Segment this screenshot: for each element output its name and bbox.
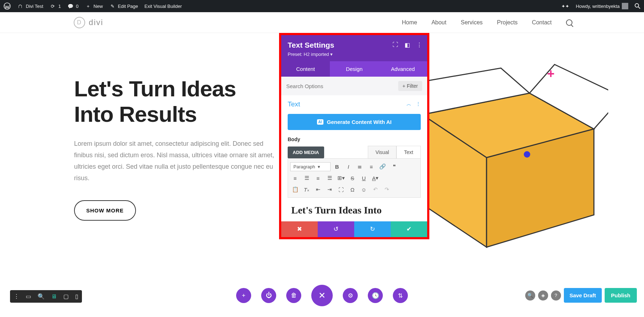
fullscreen-icon[interactable]: ⛶ [336,185,346,194]
redo-changes-button[interactable]: ↻ [354,221,391,237]
section-title-label[interactable]: Text [288,100,300,108]
tab-content[interactable]: Content [281,61,330,77]
nav-services[interactable]: Services [461,19,483,26]
wp-admin-bar: ⛫Divi Test ⟳1 💬0 +New ✎Edit Page Exit Vi… [0,0,644,12]
menu-dots-icon[interactable]: ⋮ [14,293,19,300]
zoom-icon[interactable]: 🔍 [38,293,45,300]
find-button[interactable]: 🔍 [525,290,535,301]
exit-vb-link[interactable]: Exit Visual Builder [145,4,182,9]
link-icon[interactable]: 🔗 [378,162,388,171]
svg-marker-5 [487,129,594,247]
sort-button[interactable]: ⇅ [393,288,408,303]
special-char-icon[interactable]: Ω [347,185,357,194]
editor-tab-visual[interactable]: Visual [368,146,396,158]
panel-header: Text Settings Preset: H2 imported ▾ ⛶ ◧ … [281,35,427,61]
close-builder-button[interactable]: ✕ [311,285,333,306]
ai-badge-icon: AI [317,119,323,125]
bullet-list-icon[interactable]: ≣ [355,162,365,171]
quote-icon[interactable]: ❝ [389,162,399,171]
history-button[interactable]: 🕓 [368,288,383,303]
undo-changes-button[interactable]: ↺ [318,221,354,237]
section-menu-icon[interactable]: ⋮ [416,101,421,107]
builder-actions: + ⏻ 🗑 ✕ ⚙ 🕓 ⇅ [236,285,408,306]
align-left-icon[interactable]: ≡ [290,173,300,183]
power-button[interactable]: ⏻ [261,288,276,303]
panel-search-bar: +Filter [281,77,427,95]
text-section: Text ︿ ⋮ AI Generate Content With AI Bod… [281,95,427,221]
expand-icon[interactable]: ⛶ [392,42,398,48]
emoji-icon[interactable]: ☺ [359,185,369,194]
svg-marker-3 [422,93,594,158]
panel-tabs: Content Design Advanced [281,61,427,77]
wireframe-icon[interactable]: ▭ [26,293,31,300]
show-more-button[interactable]: SHOW MORE [74,200,136,221]
save-button[interactable]: ✔ [391,221,427,237]
publish-button[interactable]: Publish [605,288,637,303]
tab-advanced[interactable]: Advanced [379,61,427,77]
settings-button[interactable]: ⚙ [343,288,358,303]
generate-ai-button[interactable]: AI Generate Content With AI [288,114,421,130]
primary-nav: Home About Services Projects Contact [402,19,572,26]
tablet-icon[interactable]: ▢ [63,293,69,300]
menu-dots-icon[interactable]: ⋮ [416,42,422,48]
align-right-icon[interactable]: ≡ [313,173,323,183]
mobile-icon[interactable]: ▯ [75,293,78,300]
nav-about[interactable]: About [431,19,447,26]
home-icon: ⛫ [17,3,24,9]
avatar [622,3,628,9]
table-icon[interactable]: ⊞▾ [336,173,346,183]
edit-page-link[interactable]: ✎Edit Page [109,3,138,9]
snap-icon[interactable]: ◧ [405,42,410,48]
redo-icon[interactable]: ↷ [382,185,392,194]
add-button[interactable]: + [236,288,251,303]
indent-icon[interactable]: ⇥ [325,185,335,194]
redo-icon: ↻ [370,225,375,233]
bold-icon[interactable]: B [332,162,342,171]
body-label: Body [288,136,421,142]
admin-search-icon[interactable] [635,3,640,9]
collapse-icon[interactable]: ︿ [406,101,411,107]
align-justify-icon[interactable]: ☰ [325,173,335,183]
panel-preset[interactable]: Preset: H2 imported ▾ [288,52,421,57]
trash-button[interactable]: 🗑 [286,288,301,303]
site-name-link[interactable]: ⛫Divi Test [17,3,43,9]
text-color-icon[interactable]: A▾ [370,173,380,183]
clear-format-icon[interactable]: Tₓ [302,185,312,194]
format-select[interactable]: Paragraph ▾ [290,162,331,171]
discard-button[interactable]: ✖ [281,221,318,237]
outdent-icon[interactable]: ⇤ [313,185,323,194]
nav-contact[interactable]: Contact [532,19,552,26]
svg-line-2 [638,7,640,9]
layers-button[interactable]: ◈ [538,290,548,301]
underline-icon[interactable]: U [359,173,369,183]
wp-logo-icon[interactable] [4,3,11,10]
refresh-icon: ⟳ [50,3,56,9]
italic-icon[interactable]: I [343,162,353,171]
nav-home[interactable]: Home [402,19,417,26]
align-center-icon[interactable]: ☰ [302,173,312,183]
number-list-icon[interactable]: ≡ [366,162,376,171]
strikethrough-icon[interactable]: S [347,173,357,183]
save-draft-button[interactable]: Save Draft [564,288,602,303]
svg-marker-7 [530,64,608,129]
editor-toolbar: Paragraph ▾ B I ≣ ≡ 🔗 ❝ ≡ ☰ ≡ ☰ ⊞▾ S U A… [288,158,421,198]
add-media-button[interactable]: ADD MEDIA [288,147,324,158]
nav-projects[interactable]: Projects [497,19,518,26]
editor-tab-text[interactable]: Text [396,146,421,158]
new-link[interactable]: +New [85,3,103,9]
updates-link[interactable]: ⟳1 [50,3,61,9]
editor-content[interactable]: Let's Turn Ideas Into [288,198,421,216]
text-settings-panel: Text Settings Preset: H2 imported ▾ ⛶ ◧ … [279,33,429,239]
site-logo[interactable]: D divi [74,17,103,28]
comments-link[interactable]: 💬0 [67,3,78,9]
paste-icon[interactable]: 📋 [290,185,300,194]
tab-design[interactable]: Design [330,61,379,77]
ai-sparkle-icon[interactable]: ✦✦ [561,4,569,9]
howdy-link[interactable]: Howdy, writtenbyekta [576,3,628,9]
desktop-icon[interactable]: 🖥 [51,293,57,300]
nav-search-icon[interactable] [566,19,572,26]
filter-button[interactable]: +Filter [398,81,422,91]
help-button[interactable]: ? [551,290,561,301]
undo-icon[interactable]: ↶ [370,185,380,194]
search-options-input[interactable] [286,83,395,89]
